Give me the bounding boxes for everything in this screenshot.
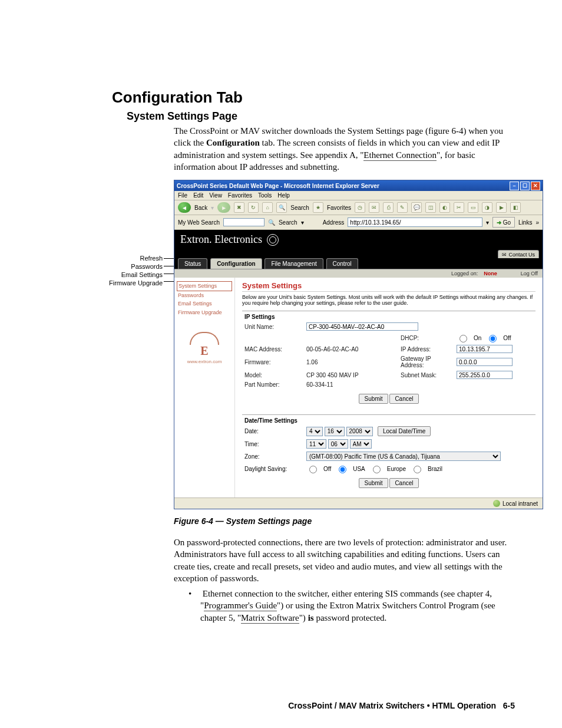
ip-settings-panel: IP Settings Unit Name: DHCP: On Off MAC … (242, 311, 535, 410)
dt-cancel-button[interactable]: Cancel (389, 478, 418, 488)
tab-control[interactable]: Control (326, 258, 358, 269)
year-select[interactable]: 2008 (346, 427, 373, 436)
dhcp-off-radio[interactable] (489, 335, 497, 342)
back-button[interactable]: ◄ (178, 202, 191, 213)
menu-view[interactable]: View (209, 192, 222, 199)
sidebar-item-firmware-upgrade[interactable]: Firmware Upgrade (177, 308, 232, 317)
edit-icon[interactable]: ✎ (397, 202, 408, 213)
dhcp-on-radio[interactable] (459, 335, 467, 342)
ds-brazil-radio[interactable] (414, 466, 421, 473)
ds-usa-label: USA (353, 466, 365, 472)
footer-text: CrossPoint / MAV Matrix Switchers • HTML… (288, 701, 496, 710)
callout-firmware: Firmware Upgrade (109, 279, 163, 287)
subnet-input[interactable] (457, 371, 513, 379)
print-icon[interactable]: ⎙ (383, 202, 394, 213)
model-label: Model: (244, 372, 300, 378)
tab-status[interactable]: Status (178, 258, 207, 269)
datetime-panel: Date/Time Settings Date: 4 16 2008 Local… (242, 414, 535, 494)
sidebar-item-email-settings[interactable]: Email Settings (177, 299, 232, 308)
gateway-input[interactable] (457, 358, 513, 366)
tb-icon-d[interactable]: ▭ (468, 202, 478, 213)
go-button[interactable]: ➜Go (492, 217, 515, 228)
ethernet-link[interactable]: Ethernet Connection (363, 150, 437, 161)
history-icon[interactable]: ◷ (355, 202, 365, 213)
menu-tools[interactable]: Tools (258, 192, 272, 199)
back-label: Back (194, 205, 207, 211)
search-icon-2[interactable]: 🔍 (268, 219, 275, 226)
page-title: Configuration Tab (112, 88, 515, 107)
day-select[interactable]: 16 (325, 427, 345, 436)
log-off-link[interactable]: Log Off (521, 271, 538, 276)
ie-statusbar: Local intranet (174, 498, 543, 509)
ie-toolbar: ◄ Back ▾ ► ✖ ↻ ⌂ 🔍Search ★Favorites ◷ ✉ … (174, 200, 543, 215)
status-text: Local intranet (503, 500, 538, 507)
contact-us-tab[interactable]: ✉Contact Us (498, 250, 539, 258)
main-panel: System Settings Below are your Unit's ba… (235, 278, 543, 498)
ds-off-label: Off (323, 466, 331, 472)
home-icon[interactable]: ⌂ (262, 202, 273, 213)
minimize-button[interactable]: – (510, 182, 519, 190)
close-button[interactable]: ✕ (531, 182, 540, 190)
extron-url: www.extron.com (177, 359, 232, 364)
menu-favorites[interactable]: Favorites (228, 192, 252, 199)
menu-file[interactable]: File (178, 192, 187, 199)
ipaddr-label: IP Address: (401, 346, 451, 353)
links-label[interactable]: Links (518, 219, 532, 226)
sidebar-item-system-settings[interactable]: System Settings (177, 281, 232, 291)
mywebsearch-input[interactable] (223, 218, 265, 226)
tab-file-management[interactable]: File Management (265, 258, 323, 269)
address-label: Address (323, 219, 345, 226)
callout-labels: Refresh Passwords Email Settings Firmwar… (109, 254, 163, 287)
address-input[interactable] (348, 218, 482, 227)
matrix-software-link[interactable]: Matrix Software (241, 613, 299, 624)
ampm-select[interactable]: AM (350, 439, 372, 449)
tb-icon-c[interactable]: ✂ (454, 202, 464, 213)
model-value: CP 300 450 MAV IP (306, 372, 395, 378)
ie-addressbar: My Web Search 🔍Search▾ Address ▾ ➜Go Lin… (174, 215, 543, 230)
panel-title: System Settings (242, 281, 535, 292)
header-right: 800.633.9876 ✉Contact Us (174, 249, 543, 258)
dt-submit-button[interactable]: Submit (359, 478, 388, 488)
ip-submit-button[interactable]: Submit (359, 394, 388, 404)
forward-button[interactable]: ► (217, 202, 230, 213)
dhcp-label: DHCP: (401, 335, 451, 341)
contact-label: Contact Us (508, 252, 535, 258)
zone-select[interactable]: (GMT-08:00) Pacific Time (US & Canada), … (306, 452, 501, 461)
zone-icon (493, 500, 500, 507)
hour-select[interactable]: 11 (306, 439, 326, 449)
unit-name-label: Unit Name: (244, 324, 300, 330)
extron-header: Extron. Electronics (174, 230, 543, 249)
refresh-icon[interactable]: ↻ (248, 202, 259, 213)
menu-edit[interactable]: Edit (193, 192, 203, 199)
tb-icon-a[interactable]: ◫ (425, 202, 436, 213)
ds-europe-label: Europe (387, 466, 406, 472)
favorites-icon[interactable]: ★ (313, 202, 323, 213)
maximize-button[interactable]: ☐ (520, 182, 530, 190)
search-icon[interactable]: 🔍 (276, 202, 287, 213)
page-number: 6-5 (503, 701, 515, 710)
page-footer: CrossPoint / MAV Matrix Switchers • HTML… (288, 701, 515, 710)
logo-letter: E (200, 344, 208, 357)
sidebar-item-passwords[interactable]: Passwords (177, 291, 232, 300)
ipaddr-input[interactable] (457, 345, 513, 353)
month-select[interactable]: 4 (306, 427, 323, 436)
tb-icon-b[interactable]: ◐ (439, 202, 450, 213)
tb-icon-g[interactable]: ◧ (510, 202, 521, 213)
minute-select[interactable]: 06 (328, 439, 348, 449)
tb-icon-f[interactable]: ▶ (496, 202, 507, 213)
logged-user: None (484, 271, 497, 276)
mail-icon[interactable]: ✉ (369, 202, 379, 213)
programmers-guide-link[interactable]: Programmer's Guide (204, 601, 277, 611)
ds-usa-radio[interactable] (339, 466, 346, 473)
ds-off-radio[interactable] (309, 466, 317, 473)
tab-configuration[interactable]: Configuration (210, 258, 262, 269)
ip-cancel-button[interactable]: Cancel (389, 394, 418, 404)
ds-europe-radio[interactable] (373, 466, 381, 473)
local-datetime-button[interactable]: Local Date/Time (378, 426, 431, 436)
tb-icon-e[interactable]: ◑ (482, 202, 492, 213)
ie-title-text: CrossPoint Series Default Web Page - Mic… (177, 183, 379, 189)
unit-name-input[interactable] (306, 322, 418, 331)
discuss-icon[interactable]: 💬 (411, 202, 422, 213)
stop-icon[interactable]: ✖ (234, 202, 244, 213)
menu-help[interactable]: Help (277, 192, 290, 199)
